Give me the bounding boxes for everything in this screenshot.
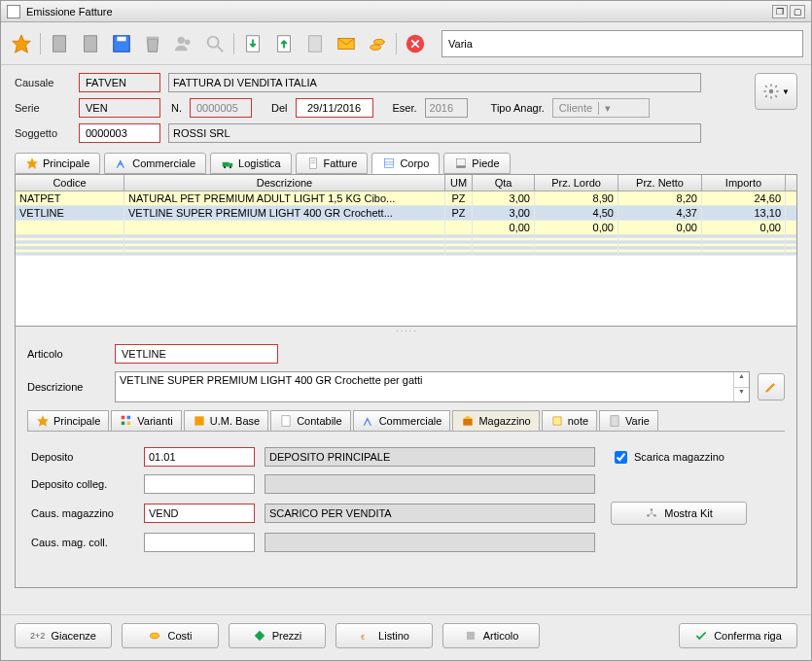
svg-rect-12 <box>309 35 322 52</box>
causmagcoll-desc <box>265 533 595 552</box>
export-icon[interactable] <box>271 31 297 56</box>
subtab-varianti[interactable]: Varianti <box>111 410 181 431</box>
svg-rect-36 <box>194 416 203 425</box>
new-star-icon[interactable] <box>9 31 34 56</box>
save-icon[interactable] <box>109 31 134 56</box>
svg-marker-18 <box>26 157 38 169</box>
splitter[interactable]: · · · · · <box>15 327 797 334</box>
depositocolleg-input[interactable] <box>144 474 255 494</box>
svg-rect-23 <box>309 158 316 169</box>
table-row[interactable] <box>16 253 796 256</box>
prezzi-button[interactable]: Prezzi <box>229 623 326 648</box>
scarica-checkbox[interactable]: Scarica magazzino <box>611 448 724 467</box>
col-netto[interactable]: Prz. Netto <box>618 175 702 191</box>
svg-point-8 <box>208 36 219 47</box>
data-input[interactable] <box>300 101 369 115</box>
spin-up-icon[interactable]: ▲ <box>734 372 749 388</box>
label-n: N. <box>168 102 182 114</box>
spin-down-icon[interactable]: ▼ <box>734 388 749 402</box>
tipoanagr-value: Cliente <box>553 102 598 114</box>
articolo-button[interactable]: Articolo <box>442 623 540 648</box>
restore-icon[interactable]: ❐ <box>772 5 788 18</box>
svg-rect-39 <box>553 417 561 425</box>
table-row[interactable]: NATPETNATURAL PET PREMIUM ADULT LIGHT 1,… <box>16 191 796 206</box>
label-causmagcoll: Caus. mag. coll. <box>31 537 134 548</box>
subtab-magazzino[interactable]: Magazzino <box>452 410 539 431</box>
svg-rect-37 <box>282 416 290 427</box>
table-row[interactable]: VETLINEVETLINE SUPER PREMIUM LIGHT 400 G… <box>16 206 796 221</box>
col-lordo[interactable]: Prz. Lordo <box>535 175 618 191</box>
col-qta[interactable]: Qta <box>473 175 535 191</box>
label-serie: Serie <box>15 102 71 114</box>
mail-icon[interactable] <box>334 31 359 56</box>
doc1-icon[interactable] <box>47 31 72 56</box>
users-icon[interactable] <box>171 31 196 56</box>
svg-rect-1 <box>53 35 66 52</box>
magazzino-panel: Deposito 01.01 DEPOSITO PRINCIPALE Scari… <box>27 432 785 587</box>
svg-rect-32 <box>122 416 125 420</box>
subtab-principale[interactable]: Principale <box>27 410 109 431</box>
mostra-kit-button[interactable]: Mostra Kit <box>611 502 747 525</box>
depositocolleg-desc <box>265 474 595 494</box>
listino-button[interactable]: €Listino <box>335 623 433 648</box>
svg-rect-40 <box>611 416 618 427</box>
trash-icon[interactable] <box>140 31 165 56</box>
svg-point-15 <box>373 39 384 45</box>
conferma-riga-button[interactable]: Conferma riga <box>679 623 797 648</box>
edit-button[interactable] <box>758 373 785 400</box>
causmagcoll-input[interactable] <box>144 533 255 552</box>
serie-input[interactable] <box>84 101 156 115</box>
svg-rect-33 <box>127 416 131 420</box>
tab-commerciale[interactable]: Commerciale <box>104 153 206 174</box>
descrizione-input[interactable] <box>116 372 733 401</box>
causale-input[interactable] <box>84 76 156 89</box>
svg-rect-46 <box>467 632 475 640</box>
label-tipoanagr: Tipo Anagr. <box>491 102 545 114</box>
close-icon[interactable] <box>403 31 428 56</box>
table-row[interactable]: 0,000,000,000,00 <box>16 221 796 235</box>
tipoanagr-combo[interactable]: Cliente▾ <box>552 98 650 118</box>
label-eser: Eser. <box>393 102 417 114</box>
subtab-varie[interactable]: Varie <box>599 410 658 431</box>
doc-check-icon[interactable] <box>302 31 328 56</box>
detail-panel: Articolo Descrizione ▲▼ Principale Varia… <box>15 334 797 588</box>
maximize-icon[interactable]: ▢ <box>790 5 805 18</box>
giacenze-button[interactable]: 2+2Giacenze <box>15 623 112 648</box>
subtab-commerciale[interactable]: Commerciale <box>353 410 451 431</box>
col-codice[interactable]: Codice <box>16 175 124 191</box>
soggetto-input[interactable] <box>84 126 156 140</box>
svg-rect-38 <box>464 419 473 426</box>
varia-field[interactable]: Varia <box>441 30 803 57</box>
tab-logistica[interactable]: Logistica <box>210 153 291 174</box>
deposito-input[interactable]: 01.01 <box>144 447 255 467</box>
svg-rect-30 <box>457 165 466 167</box>
articolo-input[interactable] <box>120 347 273 361</box>
svg-point-21 <box>224 166 226 168</box>
doc2-icon[interactable] <box>78 31 103 56</box>
tab-piede[interactable]: Piede <box>443 153 510 174</box>
descrizione-wrap: ▲▼ <box>115 371 750 402</box>
svg-marker-0 <box>13 34 30 52</box>
numero-input[interactable] <box>194 101 247 115</box>
import-icon[interactable] <box>240 31 265 56</box>
settings-button[interactable]: ▼ <box>755 73 797 110</box>
svg-rect-26 <box>385 158 394 167</box>
costi-button[interactable]: Costi <box>122 623 219 648</box>
causmag-input[interactable]: VEND <box>144 504 255 523</box>
col-importo[interactable]: Importo <box>702 175 786 191</box>
svg-point-14 <box>371 44 381 49</box>
subtab-note[interactable]: note <box>542 410 597 431</box>
tab-fatture[interactable]: Fatture <box>296 153 369 174</box>
subtab-contabile[interactable]: Contabile <box>270 410 350 431</box>
col-um[interactable]: UM <box>445 175 473 191</box>
svg-marker-31 <box>37 415 49 427</box>
grid-body[interactable]: NATPETNATURAL PET PREMIUM ADULT LIGHT 1,… <box>16 191 796 326</box>
col-descrizione[interactable]: Descrizione <box>124 175 445 191</box>
soggetto-desc: ROSSI SRL <box>173 127 230 139</box>
coins-icon[interactable] <box>365 31 390 56</box>
svg-point-44 <box>151 633 159 639</box>
tab-corpo[interactable]: Corpo <box>371 153 440 174</box>
subtab-umbase[interactable]: U.M. Base <box>184 410 268 431</box>
tab-principale[interactable]: Principale <box>15 153 100 174</box>
search-icon[interactable] <box>202 31 228 56</box>
